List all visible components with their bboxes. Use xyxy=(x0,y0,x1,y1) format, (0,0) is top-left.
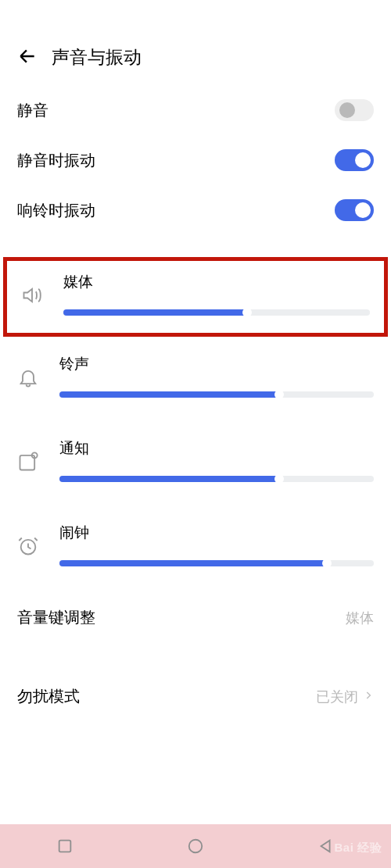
watermark-text: 经验 xyxy=(357,841,382,854)
divider-space xyxy=(0,645,391,669)
ringtone-slider[interactable] xyxy=(59,391,374,398)
media-slider[interactable] xyxy=(63,309,370,316)
vibrate-on-ring-label: 响铃时振动 xyxy=(17,200,95,221)
mute-row: 静音 xyxy=(0,85,391,135)
media-highlight-box: 媒体 xyxy=(3,257,388,337)
ringtone-slider-label: 铃声 xyxy=(59,354,374,374)
svg-rect-3 xyxy=(59,841,71,852)
watermark: Bai 经验 xyxy=(334,841,382,855)
alarm-row: 闹钟 xyxy=(0,505,391,590)
recent-apps-button[interactable] xyxy=(46,827,84,865)
page-header: 声音与振动 xyxy=(0,0,391,85)
chevron-right-icon xyxy=(363,688,374,705)
alarm-slider-content: 闹钟 xyxy=(59,523,374,566)
dnd-value-text: 已关闭 xyxy=(316,688,358,706)
media-slider-content: 媒体 xyxy=(63,272,370,316)
watermark-brand: Bai xyxy=(334,841,353,854)
home-button[interactable] xyxy=(177,827,214,865)
notification-row: 通知 xyxy=(0,421,391,505)
volume-key-value: 媒体 xyxy=(346,609,374,627)
volume-key-label: 音量键调整 xyxy=(17,607,95,628)
mute-toggle[interactable] xyxy=(335,99,374,121)
notification-icon xyxy=(17,438,59,473)
dnd-row[interactable]: 勿扰模式 已关闭 xyxy=(0,669,391,724)
alarm-slider[interactable] xyxy=(59,560,374,566)
vibrate-on-mute-row: 静音时振动 xyxy=(0,135,391,185)
vibrate-on-mute-toggle[interactable] xyxy=(335,149,374,171)
alarm-clock-icon xyxy=(17,523,59,557)
system-nav-bar: Bai 经验 xyxy=(0,824,391,868)
page-title: 声音与振动 xyxy=(52,45,142,70)
media-slider-label: 媒体 xyxy=(63,272,370,292)
notification-slider[interactable] xyxy=(59,476,374,482)
vibrate-on-ring-toggle[interactable] xyxy=(335,199,374,221)
bell-icon xyxy=(17,354,59,388)
vibrate-on-ring-row: 响铃时振动 xyxy=(0,185,391,235)
notification-slider-label: 通知 xyxy=(59,438,374,459)
back-icon[interactable] xyxy=(17,46,38,70)
ringtone-row: 铃声 xyxy=(0,337,391,421)
dnd-value: 已关闭 xyxy=(316,688,374,706)
speaker-icon xyxy=(21,272,63,306)
vibrate-on-mute-label: 静音时振动 xyxy=(17,150,95,171)
volume-key-row[interactable]: 音量键调整 媒体 xyxy=(0,590,391,645)
notification-slider-content: 通知 xyxy=(59,438,374,482)
svg-point-4 xyxy=(189,840,203,853)
alarm-slider-label: 闹钟 xyxy=(59,523,374,543)
dnd-label: 勿扰模式 xyxy=(17,686,80,707)
mute-label: 静音 xyxy=(17,100,48,121)
ringtone-slider-content: 铃声 xyxy=(59,354,374,398)
